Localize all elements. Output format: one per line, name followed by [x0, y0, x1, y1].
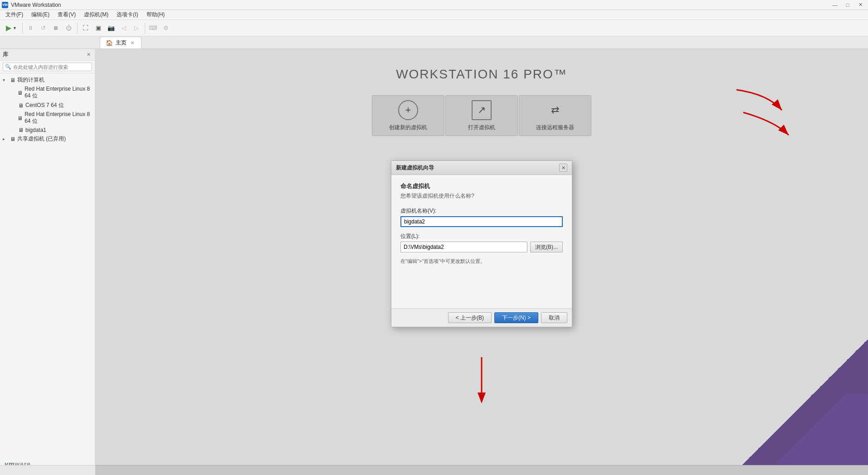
dialog-new-vm-wizard: 新建虚拟机向导 ✕ 命名虚拟机 您希望该虚拟机使用什么名称? 虚拟机名称(V): [391, 160, 572, 327]
vm-icon-centos: 🖥 [18, 102, 24, 109]
tree-item-centos[interactable]: 🖥 CentOS 7 64 位 [0, 101, 95, 110]
title-bar: VM VMware Workstation — □ ✕ [0, 0, 868, 10]
vm-icon-rhel1: 🖥 [17, 90, 23, 96]
vm-location-input[interactable] [400, 242, 527, 252]
restart-button[interactable]: ↺ [38, 22, 49, 34]
tab-home[interactable]: 🏠 主页 ✕ [100, 37, 141, 48]
back-button[interactable]: < 上一步(B) [448, 312, 492, 323]
menu-view[interactable]: 查看(V) [54, 10, 79, 19]
shared-folder-icon: 🖥 [10, 136, 15, 142]
dialog-section-subtitle: 您希望该虚拟机使用什么名称? [400, 192, 563, 200]
snapshot-next[interactable]: ▷ [131, 22, 142, 34]
sidebar-title: 库 [3, 51, 8, 58]
name-label: 虚拟机名称(V): [400, 207, 563, 215]
vm-settings[interactable]: ⚙ [160, 22, 172, 34]
menu-edit[interactable]: 编辑(E) [28, 10, 53, 19]
dialog-body: 命名虚拟机 您希望该虚拟机使用什么名称? 虚拟机名称(V): 位置(L): [391, 175, 572, 308]
play-button[interactable]: ▶ ▼ [3, 22, 20, 34]
tab-home-close[interactable]: ✕ [129, 40, 136, 46]
dialog-title-bar: 新建虚拟机向导 ✕ [391, 161, 572, 175]
workspace: 库 ✕ 🔍 ▾ 🖥 我的计算机 🖥 Red Hat [0, 49, 868, 475]
close-button[interactable]: ✕ [854, 0, 866, 10]
snapshot-prev[interactable]: ◁ [118, 22, 130, 34]
tab-bar: 🏠 主页 ✕ [0, 36, 868, 49]
tree-label-bigdata1: bigdata1 [25, 127, 46, 133]
next-button[interactable]: 下一步(N) > [494, 312, 538, 323]
tree-label-centos: CentOS 7 64 位 [25, 102, 64, 109]
sidebar-header: 库 ✕ [0, 49, 95, 61]
tree-item-rhel2[interactable]: 🖥 Red Hat Enterprise Linux 8 64 位 [0, 110, 95, 126]
arrow-to-next [468, 353, 495, 407]
unity-button[interactable]: ▣ [93, 22, 104, 34]
search-icon: 🔍 [5, 64, 11, 70]
main-content: WORKSTATION 16 PRO™ + 创建新的虚拟机 ↗ 打开虚拟机 ⇄ … [95, 49, 868, 475]
shutdown-button[interactable]: ⏻ [63, 22, 75, 34]
snapshot-button[interactable]: 📷 [105, 22, 117, 34]
toolbar-separator-3 [145, 23, 145, 34]
maximize-button[interactable]: □ [842, 0, 853, 10]
menu-help[interactable]: 帮助(H) [143, 10, 169, 19]
sidebar-search-box: 🔍 [3, 63, 92, 71]
title-bar-text: VMware Workstation [11, 2, 61, 8]
toolbar-separator-1 [22, 23, 23, 34]
shared-expand-icon: ▸ [3, 136, 8, 141]
form-group-name: 虚拟机名称(V): [400, 207, 563, 227]
cancel-button[interactable]: 取消 [541, 312, 567, 323]
menu-bar: 文件(F) 编辑(E) 查看(V) 虚拟机(M) 选项卡(I) 帮助(H) [0, 10, 868, 20]
tree-label-shared: 共享虚拟机 (已弃用) [17, 135, 66, 143]
sidebar-tree: ▾ 🖥 我的计算机 🖥 Red Hat Enterprise Linux 8 6… [0, 73, 95, 466]
toolbar: ▶ ▼ ⏸ ↺ ⏹ ⏻ ⛶ ▣ 📷 ◁ ▷ ⌨ ⚙ [0, 20, 868, 36]
vmware-icon: VM [2, 2, 8, 8]
dialog-section-title: 命名虚拟机 [400, 182, 563, 190]
minimize-button[interactable]: — [829, 0, 841, 10]
pause-button[interactable]: ⏸ [25, 22, 37, 34]
tree-item-shared[interactable]: ▸ 🖥 共享虚拟机 (已弃用) [0, 134, 95, 144]
toolbar-separator-2 [77, 23, 78, 34]
form-hint: 在"编辑">"首选项"中可更改默认位置。 [400, 258, 563, 265]
fullscreen-button[interactable]: ⛶ [80, 22, 92, 34]
stop-button[interactable]: ⏹ [50, 22, 62, 34]
tab-home-label: 主页 [116, 39, 127, 47]
dialog-title-text: 新建虚拟机向导 [396, 164, 434, 172]
sidebar: 库 ✕ 🔍 ▾ 🖥 我的计算机 🖥 Red Hat [0, 49, 95, 475]
dialog-overlay: 新建虚拟机向导 ✕ 命名虚拟机 您希望该虚拟机使用什么名称? 虚拟机名称(V): [95, 49, 868, 475]
menu-file[interactable]: 文件(F) [2, 10, 27, 19]
content-area: 🏠 主页 ✕ 库 ✕ 🔍 ▾ 🖥 我的计算机 [0, 36, 868, 475]
title-bar-controls: — □ ✕ [829, 0, 866, 10]
vm-name-input[interactable] [400, 216, 563, 227]
dialog-close-button[interactable]: ✕ [559, 164, 567, 172]
browse-button[interactable]: 浏览(B)... [530, 242, 563, 252]
tree-item-mycomputer[interactable]: ▾ 🖥 我的计算机 [0, 75, 95, 85]
tree-item-rhel1[interactable]: 🖥 Red Hat Enterprise Linux 8 64 位 [0, 85, 95, 101]
tree-label-mycomputer: 我的计算机 [17, 76, 44, 84]
sidebar-search: 🔍 [0, 61, 95, 73]
search-input[interactable] [13, 64, 90, 70]
menu-vm[interactable]: 虚拟机(M) [80, 10, 112, 19]
send-ctrl-alt-del[interactable]: ⌨ [147, 22, 159, 34]
menu-tabs[interactable]: 选项卡(I) [113, 10, 141, 19]
title-bar-left: VM VMware Workstation [2, 2, 61, 8]
location-label: 位置(L): [400, 233, 563, 240]
location-row: 浏览(B)... [400, 242, 563, 252]
dialog-footer: < 上一步(B) 下一步(N) > 取消 [391, 308, 572, 327]
expand-icon: ▾ [3, 78, 8, 82]
tree-item-bigdata1[interactable]: 🖥 bigdata1 [0, 126, 95, 134]
vm-icon-bigdata1: 🖥 [18, 127, 24, 133]
play-icon: ▶ [6, 24, 11, 32]
play-dropdown: ▼ [13, 26, 17, 30]
dialog-spacer [400, 265, 563, 301]
tree-label-rhel2: Red Hat Enterprise Linux 8 64 位 [24, 111, 92, 125]
vm-icon-rhel2: 🖥 [17, 115, 23, 121]
home-tab-icon: 🏠 [106, 39, 113, 46]
tree-label-rhel1: Red Hat Enterprise Linux 8 64 位 [24, 86, 92, 100]
sidebar-close-button[interactable]: ✕ [85, 51, 92, 58]
computer-folder-icon: 🖥 [10, 77, 15, 83]
arrow-to-location [739, 108, 793, 144]
form-group-location: 位置(L): 浏览(B)... [400, 233, 563, 252]
